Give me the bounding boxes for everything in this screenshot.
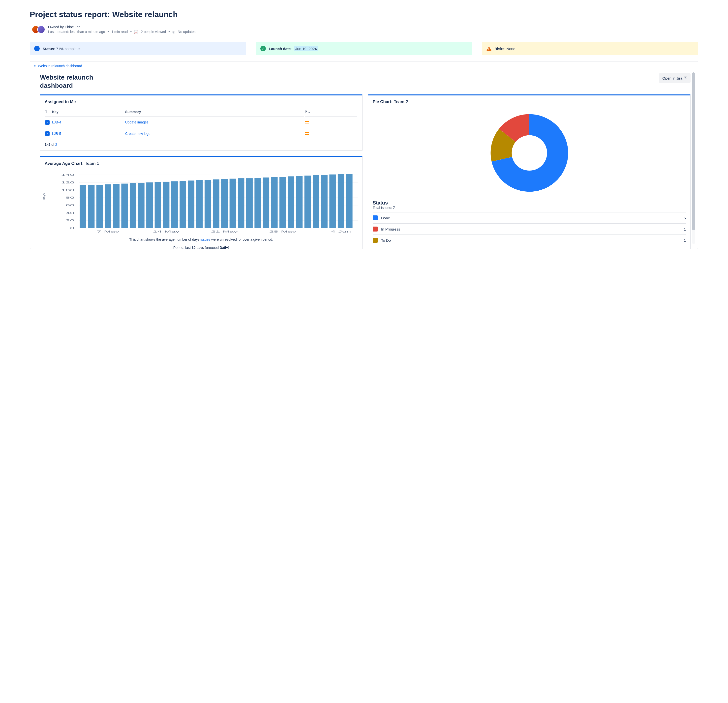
status-row-item[interactable]: Done5 bbox=[373, 212, 686, 223]
col-type[interactable]: T bbox=[45, 108, 52, 117]
svg-text:14-May: 14-May bbox=[153, 230, 180, 233]
assigned-issues-table: T Key Summary P ✓LJB-4Update images✓LJB-… bbox=[45, 108, 358, 140]
status-card-status: i Status: 71% complete bbox=[30, 42, 246, 55]
status-label: Done bbox=[381, 216, 390, 220]
open-in-jira-button[interactable]: Open in Jira ⇱ bbox=[659, 74, 690, 83]
table-row[interactable]: ✓LJB-5Create new logo bbox=[45, 128, 357, 139]
launch-date-value: Jun 19, 2024 bbox=[294, 46, 318, 51]
svg-rect-41 bbox=[288, 176, 294, 228]
col-summary[interactable]: Summary bbox=[125, 108, 304, 117]
status-label: To Do bbox=[381, 238, 391, 243]
updates-text: No updates bbox=[178, 30, 196, 34]
task-icon: ✓ bbox=[45, 120, 50, 125]
issue-key[interactable]: LJB-4 bbox=[52, 120, 61, 124]
donut-chart bbox=[373, 108, 686, 200]
chart-caption: This chart shows the average number of d… bbox=[45, 237, 358, 242]
svg-rect-31 bbox=[205, 180, 211, 228]
priority-medium-icon bbox=[305, 121, 309, 123]
bar-chart: Days 0204060801001201407-May14-May21-May… bbox=[51, 170, 358, 234]
panel-title: Assigned to Me bbox=[45, 100, 358, 104]
panel-title: Pie Chart: Team 2 bbox=[373, 100, 686, 104]
svg-text:60: 60 bbox=[65, 204, 74, 207]
owner-line: Owned by Chloe Lee bbox=[48, 25, 195, 29]
scrollbar[interactable] bbox=[692, 72, 695, 244]
external-link-icon: ⇱ bbox=[684, 76, 687, 80]
svg-text:20: 20 bbox=[65, 219, 74, 222]
status-cards-row: i Status: 71% complete ✓ Launch date: Ju… bbox=[30, 42, 698, 55]
separator-dot: • bbox=[130, 29, 131, 34]
warning-icon bbox=[487, 46, 491, 51]
assigned-to-me-panel: Assigned to Me T Key Summary P ✓LJB-4 bbox=[40, 94, 363, 151]
donut-svg bbox=[487, 111, 572, 195]
status-card-launch: ✓ Launch date: Jun 19, 2024 bbox=[256, 42, 472, 55]
status-count: 1 bbox=[684, 238, 686, 243]
views-icon: 📈 bbox=[134, 30, 139, 34]
color-swatch bbox=[373, 238, 378, 243]
status-row-item[interactable]: To Do1 bbox=[373, 234, 686, 245]
status-card-value: None bbox=[506, 46, 515, 51]
svg-rect-26 bbox=[163, 182, 169, 228]
pie-chart-panel: Pie Chart: Team 2 Status Total Issues: 7… bbox=[368, 94, 690, 249]
svg-rect-44 bbox=[313, 175, 319, 228]
table-row[interactable]: ✓LJB-4Update images bbox=[45, 117, 357, 128]
status-row-item[interactable]: In Progress1 bbox=[373, 223, 686, 234]
chart-period: Period: last 30 days (grouped Daily) bbox=[45, 245, 358, 249]
svg-text:28-May: 28-May bbox=[269, 230, 296, 233]
svg-rect-33 bbox=[221, 179, 228, 228]
svg-rect-16 bbox=[80, 185, 86, 228]
avatar-stack bbox=[32, 26, 45, 33]
dashboard-header: Website relaunch dashboard Open in Jira … bbox=[40, 71, 690, 94]
svg-rect-43 bbox=[305, 176, 311, 228]
status-count: 5 bbox=[684, 216, 686, 220]
svg-text:0: 0 bbox=[70, 227, 74, 230]
svg-rect-21 bbox=[121, 184, 128, 228]
svg-rect-22 bbox=[130, 183, 136, 228]
svg-rect-42 bbox=[296, 176, 302, 228]
svg-rect-36 bbox=[246, 178, 253, 228]
issue-summary[interactable]: Create new logo bbox=[125, 131, 150, 136]
status-label: In Progress bbox=[381, 227, 400, 231]
svg-text:21-May: 21-May bbox=[211, 230, 238, 233]
svg-text:80: 80 bbox=[65, 196, 74, 199]
target-icon: ◎ bbox=[172, 30, 175, 34]
svg-rect-17 bbox=[88, 185, 94, 228]
y-axis-label: Days bbox=[42, 193, 46, 200]
col-key[interactable]: Key bbox=[52, 108, 125, 117]
svg-text:100: 100 bbox=[61, 189, 74, 192]
col-priority[interactable]: P bbox=[305, 108, 357, 117]
svg-text:120: 120 bbox=[61, 181, 74, 184]
table-pager: 1–2 of 2 bbox=[45, 140, 358, 146]
svg-rect-27 bbox=[171, 181, 178, 228]
issue-summary[interactable]: Update images bbox=[125, 120, 149, 124]
svg-rect-23 bbox=[138, 183, 144, 228]
scroll-thumb[interactable] bbox=[692, 72, 695, 230]
jira-icon: ✦ bbox=[33, 64, 36, 68]
read-time: 1 min read bbox=[111, 30, 128, 34]
svg-text:40: 40 bbox=[65, 211, 74, 214]
views-count: 2 people viewed bbox=[141, 30, 166, 34]
svg-rect-18 bbox=[97, 185, 103, 228]
issues-link[interactable]: issues bbox=[200, 237, 210, 241]
color-swatch bbox=[373, 227, 378, 231]
avg-age-chart-panel: Average Age Chart: Team 1 Days 020406080… bbox=[40, 156, 363, 249]
svg-rect-38 bbox=[263, 178, 269, 228]
panel-title: Average Age Chart: Team 1 bbox=[45, 161, 358, 166]
status-heading: Status bbox=[373, 200, 686, 206]
status-count: 1 bbox=[684, 227, 686, 231]
pager-total-link[interactable]: 2 bbox=[55, 143, 57, 146]
svg-text:7-May: 7-May bbox=[97, 230, 119, 233]
svg-rect-25 bbox=[155, 182, 161, 228]
color-swatch bbox=[373, 215, 378, 220]
dashboard-link[interactable]: Website relaunch dashboard bbox=[38, 64, 82, 68]
info-icon: i bbox=[34, 46, 40, 51]
svg-rect-32 bbox=[213, 179, 220, 228]
svg-rect-35 bbox=[238, 178, 244, 228]
dashboard-link-bar: ✦ Website relaunch dashboard bbox=[30, 62, 698, 71]
bar-chart-svg: 0204060801001201407-May14-May21-May28-Ma… bbox=[51, 170, 358, 234]
status-card-label: Status bbox=[43, 46, 54, 51]
svg-rect-28 bbox=[179, 181, 186, 228]
dashboard-panels: Assigned to Me T Key Summary P ✓LJB-4 bbox=[40, 94, 690, 249]
issue-key[interactable]: LJB-5 bbox=[52, 131, 61, 136]
check-icon: ✓ bbox=[260, 46, 266, 51]
svg-rect-20 bbox=[113, 184, 120, 228]
